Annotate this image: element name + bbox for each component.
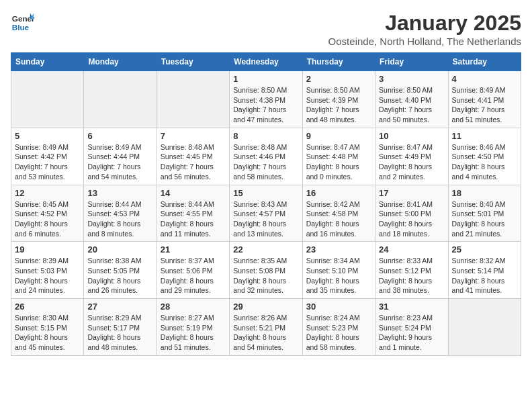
day-number: 20 xyxy=(87,244,152,255)
day-number: 23 xyxy=(306,244,371,255)
weekday-header-saturday: Saturday xyxy=(448,53,521,71)
day-cell: 25Sunrise: 8:32 AM Sunset: 5:14 PM Dayli… xyxy=(448,242,521,299)
day-number: 6 xyxy=(87,131,152,141)
day-info: Sunrise: 8:50 AM Sunset: 4:40 PM Dayligh… xyxy=(379,85,444,125)
day-info: Sunrise: 8:43 AM Sunset: 4:57 PM Dayligh… xyxy=(233,199,298,239)
logo-icon: General Blue xyxy=(11,11,35,35)
weekday-header-monday: Monday xyxy=(84,53,157,71)
day-cell: 22Sunrise: 8:35 AM Sunset: 5:08 PM Dayli… xyxy=(230,242,302,299)
day-number: 27 xyxy=(87,302,152,312)
day-number: 12 xyxy=(15,188,80,198)
day-number: 16 xyxy=(306,188,371,198)
month-year-title: January 2025 xyxy=(328,11,521,36)
day-info: Sunrise: 8:29 AM Sunset: 5:17 PM Dayligh… xyxy=(87,313,152,353)
day-info: Sunrise: 8:32 AM Sunset: 5:14 PM Dayligh… xyxy=(452,256,517,295)
day-cell xyxy=(157,71,229,128)
day-number: 18 xyxy=(452,188,517,198)
day-cell: 20Sunrise: 8:38 AM Sunset: 5:05 PM Dayli… xyxy=(84,242,157,299)
day-number: 11 xyxy=(452,131,517,141)
day-number: 25 xyxy=(452,244,517,255)
day-number: 13 xyxy=(87,188,152,198)
logo: General Blue xyxy=(11,11,35,35)
day-cell: 28Sunrise: 8:27 AM Sunset: 5:19 PM Dayli… xyxy=(157,299,229,356)
day-cell: 21Sunrise: 8:37 AM Sunset: 5:06 PM Dayli… xyxy=(157,242,229,299)
day-info: Sunrise: 8:24 AM Sunset: 5:23 PM Dayligh… xyxy=(306,313,371,353)
day-cell: 26Sunrise: 8:30 AM Sunset: 5:15 PM Dayli… xyxy=(11,299,84,356)
day-info: Sunrise: 8:45 AM Sunset: 4:52 PM Dayligh… xyxy=(15,199,80,239)
day-number: 21 xyxy=(161,244,226,255)
day-cell: 16Sunrise: 8:42 AM Sunset: 4:58 PM Dayli… xyxy=(302,185,375,242)
day-info: Sunrise: 8:38 AM Sunset: 5:05 PM Dayligh… xyxy=(87,256,152,295)
day-number: 19 xyxy=(15,244,80,255)
day-info: Sunrise: 8:44 AM Sunset: 4:53 PM Dayligh… xyxy=(87,199,152,239)
day-cell: 19Sunrise: 8:39 AM Sunset: 5:03 PM Dayli… xyxy=(11,242,84,299)
day-cell: 10Sunrise: 8:47 AM Sunset: 4:49 PM Dayli… xyxy=(375,128,448,185)
day-cell: 12Sunrise: 8:45 AM Sunset: 4:52 PM Dayli… xyxy=(11,185,84,242)
day-cell: 6Sunrise: 8:49 AM Sunset: 4:44 PM Daylig… xyxy=(84,128,157,185)
day-info: Sunrise: 8:41 AM Sunset: 5:00 PM Dayligh… xyxy=(379,199,444,239)
day-number: 10 xyxy=(379,131,444,141)
day-info: Sunrise: 8:37 AM Sunset: 5:06 PM Dayligh… xyxy=(161,256,226,295)
day-cell: 14Sunrise: 8:44 AM Sunset: 4:55 PM Dayli… xyxy=(157,185,229,242)
title-area: January 2025 Oosteinde, North Holland, T… xyxy=(328,11,521,47)
day-number: 8 xyxy=(233,131,298,141)
day-number: 15 xyxy=(233,188,298,198)
day-cell: 8Sunrise: 8:48 AM Sunset: 4:46 PM Daylig… xyxy=(230,128,302,185)
weekday-header-tuesday: Tuesday xyxy=(157,53,229,71)
day-number: 4 xyxy=(452,74,517,84)
day-info: Sunrise: 8:50 AM Sunset: 4:39 PM Dayligh… xyxy=(306,85,371,125)
calendar-table: SundayMondayTuesdayWednesdayThursdayFrid… xyxy=(11,52,521,356)
day-info: Sunrise: 8:48 AM Sunset: 4:45 PM Dayligh… xyxy=(161,142,226,182)
day-number: 2 xyxy=(306,74,371,84)
day-number: 29 xyxy=(233,302,298,312)
day-info: Sunrise: 8:40 AM Sunset: 5:01 PM Dayligh… xyxy=(452,199,517,239)
week-row-2: 5Sunrise: 8:49 AM Sunset: 4:42 PM Daylig… xyxy=(11,128,521,185)
day-number: 1 xyxy=(233,74,298,84)
day-cell: 24Sunrise: 8:33 AM Sunset: 5:12 PM Dayli… xyxy=(375,242,448,299)
location-subtitle: Oosteinde, North Holland, The Netherland… xyxy=(328,36,521,47)
day-info: Sunrise: 8:23 AM Sunset: 5:24 PM Dayligh… xyxy=(379,313,444,353)
day-number: 31 xyxy=(379,302,444,312)
day-info: Sunrise: 8:49 AM Sunset: 4:42 PM Dayligh… xyxy=(15,142,80,182)
day-info: Sunrise: 8:26 AM Sunset: 5:21 PM Dayligh… xyxy=(233,313,298,353)
weekday-header-sunday: Sunday xyxy=(11,53,84,71)
day-info: Sunrise: 8:27 AM Sunset: 5:19 PM Dayligh… xyxy=(161,313,226,353)
day-info: Sunrise: 8:30 AM Sunset: 5:15 PM Dayligh… xyxy=(15,313,80,353)
week-row-4: 19Sunrise: 8:39 AM Sunset: 5:03 PM Dayli… xyxy=(11,242,521,299)
day-cell xyxy=(11,71,84,128)
day-cell: 4Sunrise: 8:49 AM Sunset: 4:41 PM Daylig… xyxy=(448,71,521,128)
day-cell: 27Sunrise: 8:29 AM Sunset: 5:17 PM Dayli… xyxy=(84,299,157,356)
day-cell: 29Sunrise: 8:26 AM Sunset: 5:21 PM Dayli… xyxy=(230,299,302,356)
day-cell: 31Sunrise: 8:23 AM Sunset: 5:24 PM Dayli… xyxy=(375,299,448,356)
day-info: Sunrise: 8:35 AM Sunset: 5:08 PM Dayligh… xyxy=(233,256,298,295)
weekday-header-row: SundayMondayTuesdayWednesdayThursdayFrid… xyxy=(11,53,521,71)
day-cell: 2Sunrise: 8:50 AM Sunset: 4:39 PM Daylig… xyxy=(302,71,375,128)
day-info: Sunrise: 8:39 AM Sunset: 5:03 PM Dayligh… xyxy=(15,256,80,295)
day-number: 24 xyxy=(379,244,444,255)
day-cell: 17Sunrise: 8:41 AM Sunset: 5:00 PM Dayli… xyxy=(375,185,448,242)
day-number: 26 xyxy=(15,302,80,312)
day-number: 3 xyxy=(379,74,444,84)
day-info: Sunrise: 8:49 AM Sunset: 4:41 PM Dayligh… xyxy=(452,85,517,125)
day-cell: 30Sunrise: 8:24 AM Sunset: 5:23 PM Dayli… xyxy=(302,299,375,356)
day-cell: 15Sunrise: 8:43 AM Sunset: 4:57 PM Dayli… xyxy=(230,185,302,242)
day-number: 28 xyxy=(161,302,226,312)
day-cell: 1Sunrise: 8:50 AM Sunset: 4:38 PM Daylig… xyxy=(230,71,302,128)
day-cell xyxy=(448,299,521,356)
day-number: 14 xyxy=(161,188,226,198)
day-info: Sunrise: 8:48 AM Sunset: 4:46 PM Dayligh… xyxy=(233,142,298,182)
day-info: Sunrise: 8:50 AM Sunset: 4:38 PM Dayligh… xyxy=(233,85,298,125)
week-row-1: 1Sunrise: 8:50 AM Sunset: 4:38 PM Daylig… xyxy=(11,71,521,128)
day-info: Sunrise: 8:33 AM Sunset: 5:12 PM Dayligh… xyxy=(379,256,444,295)
day-cell: 7Sunrise: 8:48 AM Sunset: 4:45 PM Daylig… xyxy=(157,128,229,185)
day-cell: 23Sunrise: 8:34 AM Sunset: 5:10 PM Dayli… xyxy=(302,242,375,299)
week-row-5: 26Sunrise: 8:30 AM Sunset: 5:15 PM Dayli… xyxy=(11,299,521,356)
day-cell: 11Sunrise: 8:46 AM Sunset: 4:50 PM Dayli… xyxy=(448,128,521,185)
day-number: 17 xyxy=(379,188,444,198)
page-header: General Blue January 2025 Oosteinde, Nor… xyxy=(11,11,521,47)
day-number: 5 xyxy=(15,131,80,141)
day-cell: 3Sunrise: 8:50 AM Sunset: 4:40 PM Daylig… xyxy=(375,71,448,128)
weekday-header-thursday: Thursday xyxy=(302,53,375,71)
day-info: Sunrise: 8:44 AM Sunset: 4:55 PM Dayligh… xyxy=(161,199,226,239)
day-cell: 18Sunrise: 8:40 AM Sunset: 5:01 PM Dayli… xyxy=(448,185,521,242)
